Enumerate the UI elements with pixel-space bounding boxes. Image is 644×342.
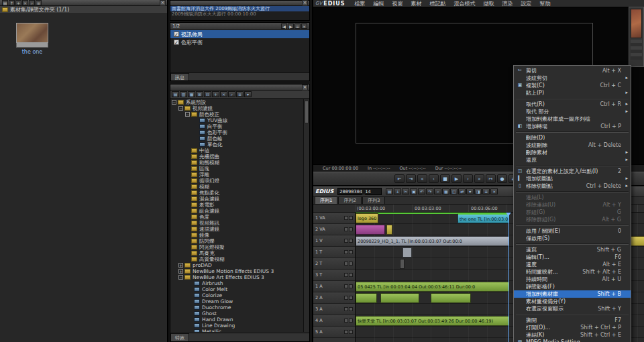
bin-clip-thumbnail[interactable]: the one — [16, 23, 48, 55]
context-menu-item[interactable]: 速度 Alt + E — [514, 261, 631, 268]
track-lock-icon[interactable] — [349, 330, 353, 334]
context-menu-item[interactable]: 啟用 / 關閉(E) 0 — [514, 227, 631, 235]
effects-tree-item[interactable]: 模糊 — [170, 184, 303, 190]
context-menu-item[interactable]: 素材重複備分(Y) — [514, 298, 631, 305]
sequence-name-field[interactable]: 20090304_14 — [337, 188, 382, 195]
tl-delete-icon[interactable]: × — [490, 188, 498, 194]
effects-tree-item[interactable]: 中値 — [170, 148, 303, 154]
context-menu-item[interactable] — [516, 314, 629, 315]
menubar-item[interactable]: 設定 — [517, 0, 536, 7]
menubar-item[interactable]: 素材 — [407, 0, 426, 7]
close-icon[interactable]: × — [302, 84, 308, 91]
effect-checkbox[interactable]: ✓ — [174, 40, 179, 45]
tl-trim-icon[interactable]: ◨ — [474, 188, 482, 194]
info-row[interactable]: 2009鐵陽消防水火大遊行 00:00:10:00 — [170, 11, 309, 17]
playhead[interactable] — [508, 213, 509, 342]
scrollbar-thumb[interactable] — [305, 101, 309, 123]
bin-delete-icon[interactable]: × — [22, 0, 28, 5]
context-menu-item[interactable]: ▍ 增加切斷點 ▸ — [514, 175, 631, 182]
tl-copy-icon[interactable]: ▣ — [410, 188, 417, 194]
sequence-tab[interactable]: 序列2 — [338, 196, 361, 204]
record-icon[interactable]: ● — [497, 174, 507, 183]
track-lock-icon[interactable] — [349, 250, 353, 254]
context-menu-item[interactable]: 移除群組(G) Alt + G — [514, 216, 631, 223]
effects-tree-item[interactable]: 焦點柔化 — [170, 190, 303, 196]
track-header[interactable]: 2 VA — [313, 224, 355, 235]
track-mute-icon[interactable] — [344, 296, 348, 300]
tl-search-icon[interactable]: ⌕ — [434, 188, 441, 194]
timeline-clip[interactable]: the one TL [In:00:03:0 — [458, 213, 509, 223]
tree-expander-icon[interactable]: + — [178, 269, 183, 274]
applied-effect-row[interactable]: ✓ 色彩平衡 — [170, 38, 309, 46]
context-menu-item[interactable]: 刪除素材 ▸ — [514, 149, 631, 156]
context-menu-item[interactable]: 時間重映射... Shift + Alt + E — [514, 268, 631, 276]
timeline-clip[interactable] — [380, 293, 419, 303]
timeline-clip[interactable]: 20090229_HD_1_1, TL [In:00:03:03:07 Out:… — [356, 236, 509, 246]
tree-expander-icon[interactable]: − — [185, 112, 190, 117]
tl-ripple-icon[interactable]: ⇄ — [458, 188, 466, 194]
effect-checkbox[interactable]: ✓ — [174, 32, 179, 37]
context-menu-item[interactable]: 僅啟用(S) — [514, 235, 631, 242]
context-menu-item[interactable]: ▯ 移除切斷點 Ctrl + Delete ▸ — [514, 182, 631, 190]
effects-tree-item[interactable]: 速描濾鏡 — [170, 226, 303, 232]
tl-cut-icon[interactable]: ✂ — [402, 188, 409, 194]
fx-delete-icon[interactable]: × — [220, 91, 227, 97]
context-menu-item[interactable]: 在選定視窗顯示 Shift + Y — [514, 305, 631, 312]
context-menu-item[interactable]: 增加到素材庫成一圖序列檔 — [514, 115, 631, 123]
tree-expander-icon[interactable]: − — [172, 100, 176, 105]
context-menu-item[interactable]: 波紋刪除 Alt + Delete — [514, 141, 631, 149]
effects-tree-item[interactable]: 單色化 — [170, 141, 303, 148]
sequence-tab[interactable]: 序列1 — [315, 196, 337, 204]
close-icon[interactable]: × — [302, 0, 308, 6]
track-header[interactable]: 1 V — [313, 235, 355, 247]
effects-tree-item[interactable]: 閃光燈模擬 — [170, 244, 303, 250]
menubar-item[interactable]: 擷取 — [480, 0, 498, 7]
timeline-clip[interactable] — [356, 293, 377, 303]
tree-expander-icon[interactable]: + — [178, 263, 183, 268]
track-mute-icon[interactable] — [344, 273, 348, 277]
tl-insert-icon[interactable]: ◫ — [450, 188, 458, 194]
timeline-clip[interactable] — [402, 247, 412, 258]
tl-add-icon[interactable]: + — [394, 188, 401, 194]
applied-effect-row[interactable]: ✓ 視訊佈局 — [170, 30, 309, 38]
play-icon[interactable]: ▶ — [451, 174, 462, 183]
effects-tree-item[interactable]: Colorize — [170, 292, 303, 298]
context-menu-item[interactable]: ◧ 增加轉場 Ctrl + P — [514, 123, 631, 130]
effects-tree-item[interactable]: 光柵摺曲 — [170, 154, 303, 160]
menubar-item[interactable]: 檔案 — [351, 0, 370, 7]
track-lock-icon[interactable] — [349, 227, 353, 231]
menubar-item[interactable]: 幫助 — [536, 0, 555, 7]
effects-tree-item[interactable]: 防閃爍 — [170, 238, 303, 244]
effects-tree-item[interactable]: Ghost — [170, 310, 303, 317]
effects-tree-item[interactable]: − NewBlue Art Effects EDIUS 3 — [170, 274, 303, 280]
bin-path-bar[interactable]: 素材集/靜態文件夾 (1/1) — [0, 6, 167, 14]
fx-list-icon[interactable]: ▥ — [180, 91, 187, 97]
context-menu-item[interactable]: 刪除(D) — [514, 134, 631, 141]
palette-menu-icon[interactable]: ≡ — [294, 23, 301, 29]
track-lock-icon[interactable] — [349, 239, 353, 243]
bin-settings-icon[interactable]: ≡ — [36, 0, 42, 5]
track-lock-icon[interactable] — [349, 284, 353, 288]
menubar-item[interactable]: 視窗 — [388, 0, 407, 7]
goto-end-icon[interactable]: ↦ — [486, 174, 496, 183]
menubar-item[interactable]: 標記點 — [426, 0, 450, 7]
track-mute-icon[interactable] — [344, 284, 348, 288]
track-header[interactable]: 2 A — [313, 292, 355, 304]
track-lock-icon[interactable] — [349, 262, 353, 266]
timeline-clip[interactable] — [400, 259, 405, 269]
effects-tree-item[interactable]: − 視頻濾鏡 — [170, 105, 303, 111]
fx-add-icon[interactable]: + — [212, 91, 219, 97]
context-menu-item[interactable]: ◫ 在選定的素材上設定入/出點(I) 2 — [514, 168, 631, 175]
context-menu-item[interactable] — [516, 165, 629, 166]
effects-tree-item[interactable]: Airbrush — [170, 280, 303, 286]
tl-undo-icon[interactable]: ↶ — [418, 188, 425, 194]
context-menu-item[interactable]: ▤ MPEG Media Setting — [514, 339, 631, 342]
side-thumbnail-image[interactable] — [631, 9, 642, 38]
fx-view-icon[interactable]: ▤ — [172, 91, 179, 97]
effects-tree-item[interactable]: 老電影 — [170, 202, 303, 208]
effects-tree-item[interactable]: Metallic — [170, 329, 303, 332]
menubar-item[interactable]: 編輯 — [370, 0, 388, 7]
track-mute-icon[interactable] — [344, 227, 348, 231]
tl-mode-icon[interactable]: ▦ — [442, 188, 449, 194]
effects-tree-item[interactable]: Duochrome — [170, 304, 303, 310]
